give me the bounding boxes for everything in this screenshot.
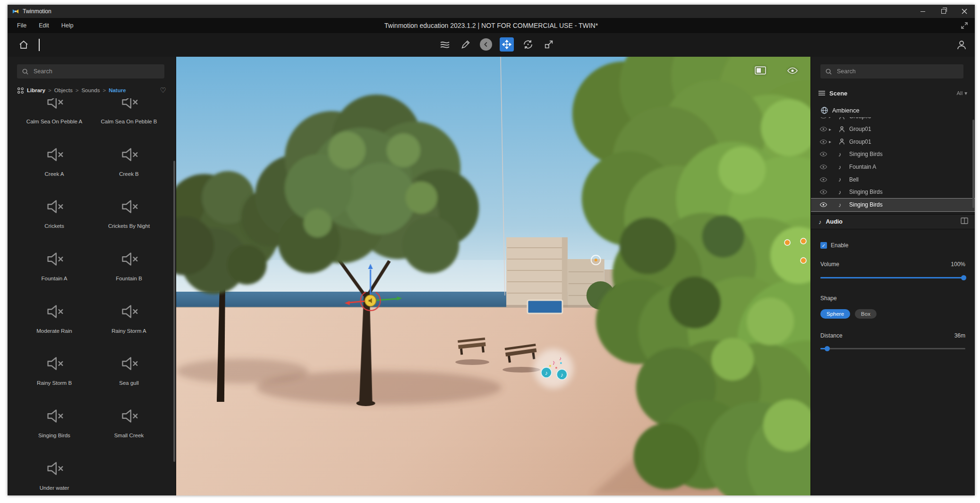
library-item-label: Sea gull (92, 380, 166, 386)
visibility-eye-icon[interactable] (819, 117, 829, 119)
breadcrumb-separator: > (76, 87, 79, 93)
visibility-eye-icon[interactable] (819, 126, 829, 132)
minimize-button[interactable] (912, 5, 933, 18)
library-item-singing-birds[interactable]: Singing Birds (17, 402, 92, 455)
character-icon (838, 117, 848, 120)
visibility-eye-icon[interactable] (819, 139, 829, 145)
breadcrumb: Library > Objects > Sounds > Nature ♡ (17, 84, 166, 96)
visibility-eye-icon[interactable] (819, 202, 829, 208)
visibility-eye-icon[interactable] (819, 177, 829, 182)
desktop-background: Twinmotion Twinmotion education 2023.1.2… (0, 0, 980, 503)
minimize-icon (920, 11, 925, 12)
scene-filter-dropdown[interactable]: All ▾ (956, 90, 967, 96)
viewport-eye-icon[interactable] (786, 65, 799, 76)
menus: File Edit Help (8, 22, 73, 29)
library-item-creek-b[interactable]: Creek B (92, 141, 166, 193)
breadcrumb-nature[interactable]: Nature (109, 87, 126, 93)
back-arrow-icon (483, 41, 489, 48)
viewport-3d-scene[interactable]: ♪ ♪ ♪ ♪ (176, 57, 810, 495)
library-item-crickets-by-night[interactable]: Crickets By Night (92, 193, 166, 245)
library-item-crickets[interactable]: Crickets (17, 193, 92, 245)
visibility-eye-icon[interactable] (819, 164, 829, 170)
scene-item-singing-birds-2[interactable]: ♪ Singing Birds (811, 186, 975, 199)
scale-tool-button[interactable] (542, 38, 555, 51)
scene-item-label: Group01 (849, 139, 871, 145)
library-item-under-water[interactable]: Under water (17, 455, 92, 495)
picker-icon[interactable] (459, 38, 472, 51)
user-account-icon[interactable] (956, 39, 967, 51)
scene-item-group01-1[interactable]: ▸ Group01 (811, 123, 975, 136)
layers-icon[interactable] (438, 38, 452, 51)
audio-enable-row: ✓ Enable (820, 242, 848, 249)
expand-arrow-icon[interactable]: ▸ (829, 139, 838, 144)
expand-arrow-icon[interactable]: ▸ (829, 127, 838, 132)
scene-render: ♪ ♪ ♪ ♪ (176, 57, 810, 495)
library-item-label: Crickets By Night (92, 223, 166, 229)
menu-help[interactable]: Help (61, 22, 74, 29)
scene-item-group03[interactable]: ▸ Group03 (811, 117, 975, 123)
scene-item-singing-birds-selected[interactable]: ♪ Singing Birds (811, 199, 975, 211)
scene-item-group01-2[interactable]: ▸ Group01 (811, 135, 975, 148)
move-tool-button[interactable] (500, 37, 514, 52)
library-scrollbar[interactable] (173, 161, 175, 462)
title-bar[interactable]: Twinmotion (8, 5, 975, 18)
viewport-frame-icon[interactable] (754, 65, 767, 76)
distance-row: Distance 36m (820, 332, 965, 339)
visibility-eye-icon[interactable] (819, 151, 829, 157)
breadcrumb-library[interactable]: Library (27, 87, 45, 93)
scene-tree-scrollbar[interactable] (972, 120, 974, 208)
library-item-label: Creek B (92, 171, 166, 177)
favorites-heart-icon[interactable]: ♡ (160, 86, 166, 95)
scene-panel-title: Scene (829, 90, 847, 97)
library-item-moderate-rain[interactable]: Moderate Rain (17, 298, 92, 350)
scene-item-ambience[interactable]: Ambience (811, 104, 975, 116)
pool (528, 300, 562, 313)
search-icon (825, 68, 832, 75)
scene-item-bell[interactable]: ♪ Bell (811, 173, 975, 186)
audio-panel-title: Audio (826, 218, 843, 225)
volume-slider-thumb[interactable] (961, 275, 966, 280)
shape-box-button[interactable]: Box (855, 309, 877, 319)
columns-layout-icon[interactable] (961, 217, 968, 226)
audio-properties-panel: ♪ Audio (811, 214, 975, 495)
enable-checkbox[interactable]: ✓ (820, 242, 827, 249)
library-item-rainy-storm-b[interactable]: Rainy Storm B (17, 350, 92, 402)
audio-header: ♪ Audio (811, 214, 975, 229)
library-item-sea-gull[interactable]: Sea gull (92, 350, 166, 402)
menu-edit[interactable]: Edit (39, 22, 49, 29)
volume-slider[interactable] (820, 275, 965, 280)
menu-file[interactable]: File (17, 22, 26, 29)
distance-slider-thumb[interactable] (825, 346, 830, 351)
library-item-fountain-a[interactable]: Fountain A (17, 245, 92, 298)
hamburger-icon[interactable] (818, 90, 825, 96)
sound-muted-icon (17, 141, 92, 168)
library-item-label: Calm Sea On Pebble B (92, 119, 166, 125)
maximize-button[interactable] (933, 5, 954, 18)
restore-icon (941, 9, 946, 14)
shape-sphere-button[interactable]: Sphere (820, 309, 850, 319)
fullscreen-expand-icon[interactable] (961, 22, 968, 29)
visibility-eye-icon[interactable] (819, 189, 829, 195)
rotate-tool-button[interactable] (521, 38, 535, 51)
breadcrumb-sounds[interactable]: Sounds (81, 87, 100, 93)
sound-source-icons[interactable]: ♪ ♪ ♪ ♪ (534, 349, 573, 389)
shape-label: Shape (820, 295, 837, 302)
distance-slider[interactable] (820, 346, 965, 351)
scene-item-singing-birds-1[interactable]: ♪ Singing Birds (811, 148, 975, 161)
library-search-input[interactable] (33, 68, 160, 75)
library-item-small-creek[interactable]: Small Creek (92, 402, 166, 455)
shape-row: Shape (820, 295, 965, 302)
scene-search-input[interactable] (836, 68, 959, 75)
library-item-fountain-b[interactable]: Fountain B (92, 245, 166, 298)
home-button[interactable] (18, 39, 29, 51)
close-button[interactable] (954, 5, 975, 18)
breadcrumb-objects[interactable]: Objects (54, 87, 73, 93)
expand-arrow-icon[interactable]: ▸ (829, 117, 838, 119)
library-item-label: Under water (17, 485, 92, 491)
scene-item-fountain-a[interactable]: ♪ Fountain A (811, 161, 975, 173)
library-item-rainy-storm-a[interactable]: Rainy Storm A (92, 298, 166, 350)
library-icon (17, 87, 24, 94)
music-note-icon: ♪ (838, 189, 848, 196)
library-item-creek-a[interactable]: Creek A (17, 141, 92, 193)
undo-back-button[interactable] (480, 38, 492, 51)
